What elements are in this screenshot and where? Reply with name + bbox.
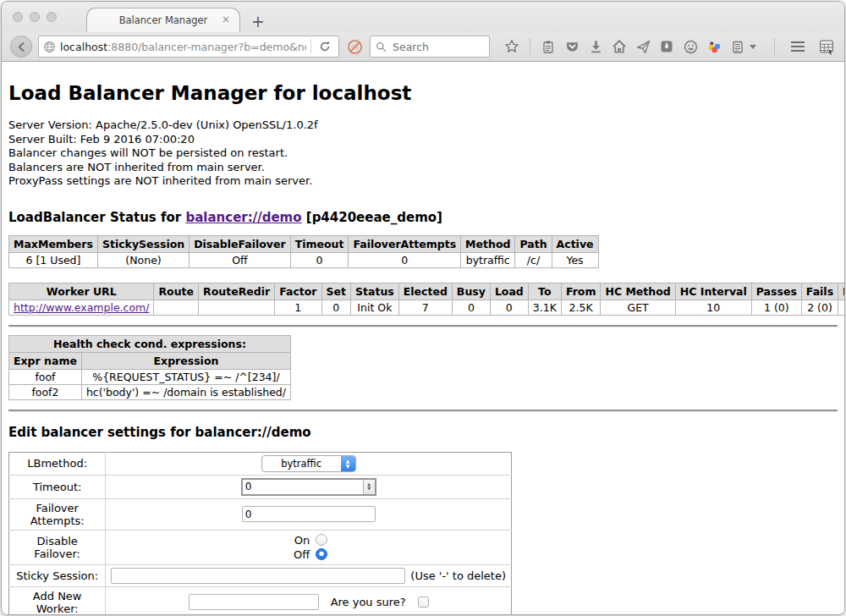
form-row-timeout: Timeout: ▲▼ [9, 475, 512, 498]
number-spinner-icon[interactable]: ▲▼ [363, 480, 375, 494]
timeout-input[interactable] [243, 480, 363, 494]
edit-balancer-form: LBmethod: bytraffic ▲▼ Timeout: ▲▼ [8, 452, 512, 616]
server-built-line: Server Built: Feb 9 2016 07:00:20 [8, 133, 838, 147]
tab-close-icon[interactable]: × [222, 14, 230, 25]
sticky-session-hint: (Use '-' to delete) [410, 569, 506, 582]
failover-attempts-input[interactable] [242, 506, 376, 522]
color-picker-button[interactable] [705, 36, 723, 57]
home-icon [612, 39, 627, 54]
col-failoverattempts: FailoverAttempts [349, 235, 461, 252]
col-route: Route [154, 283, 199, 300]
cell-disablefailover: Off [190, 252, 290, 267]
add-worker-input[interactable] [189, 594, 319, 610]
browser-window: Balancer Manager × + localhost:8880/bala… [1, 1, 845, 615]
col-method: Method [461, 235, 515, 252]
table-header-row: Expr name Expression [9, 352, 291, 369]
tab-title: Balancer Manager [119, 14, 208, 26]
new-tab-button[interactable]: + [251, 12, 265, 30]
pocket-button[interactable] [563, 36, 581, 57]
cell-status: Init Ok [351, 300, 399, 315]
search-bar[interactable] [370, 36, 490, 58]
cell-hc-method: GET [601, 300, 675, 315]
url-text[interactable]: localhost:8880/balancer-manager?b=demo&n… [60, 41, 306, 53]
cell-fails: 2 (0) [801, 300, 838, 315]
send-tab-button[interactable] [634, 36, 652, 57]
panel-download-icon [660, 40, 673, 53]
table-tools-button[interactable] [817, 36, 836, 57]
back-button[interactable] [10, 36, 32, 58]
back-arrow-icon [16, 41, 27, 52]
are-you-sure-checkbox[interactable] [418, 597, 429, 608]
table-row: http://www.example.com/ 1 0 Init Ok 7 0 … [9, 300, 845, 315]
form-row-lbmethod: LBmethod: bytraffic ▲▼ [9, 452, 512, 475]
divider [8, 325, 838, 327]
window-controls [13, 12, 57, 22]
page-content: Load Balancer Manager for localhost Serv… [2, 62, 844, 615]
col-to: To [528, 283, 561, 300]
proxypass-notice-line: ProxyPass settings are NOT inherited fro… [8, 174, 838, 189]
balancers-notice-line: Balancers are NOT inherited from main se… [8, 161, 838, 175]
tab-balancer-manager[interactable]: Balancer Manager × [86, 8, 240, 32]
lbmethod-label: LBmethod: [9, 452, 106, 475]
url-bar[interactable]: localhost:8880/balancer-manager?b=demo&n… [38, 36, 339, 58]
url-divider [310, 39, 311, 54]
cell-expression: %{REQUEST_STATUS} =~ /^[234]/ [81, 369, 290, 384]
cell-maxmembers: 6 [1 Used] [9, 252, 98, 267]
url-domain: localhost [60, 41, 107, 53]
sticky-session-input[interactable] [111, 568, 405, 584]
col-path: Path [515, 235, 552, 252]
col-disablefailover: DisableFailover [190, 235, 290, 252]
table-row: foof %{REQUEST_STATUS} =~ /^[234]/ [9, 369, 291, 384]
toolbar-separator [530, 38, 530, 55]
table-title-row: Health check cond. expressions: [9, 335, 291, 352]
window-close-button[interactable] [13, 12, 23, 22]
balancer-demo-link[interactable]: balancer://demo [185, 210, 301, 225]
cell-failoverattempts: 0 [349, 252, 461, 267]
select-stepper-icon: ▲▼ [341, 455, 355, 472]
col-passes: Passes [751, 283, 801, 300]
col-elected: Elected [398, 283, 452, 300]
worker-url-link[interactable]: http://www.example.com/ [14, 301, 149, 314]
toolbar-separator [774, 38, 775, 55]
lbmethod-select[interactable]: bytraffic ▲▼ [261, 455, 356, 472]
window-zoom-button[interactable] [47, 12, 57, 22]
downloads-button[interactable] [586, 36, 605, 57]
bookmark-star-button[interactable] [503, 36, 521, 57]
disable-failover-off-radio[interactable] [316, 548, 327, 560]
dropdown-caret-icon[interactable] [750, 45, 756, 49]
clipboard-icon [541, 40, 555, 54]
status-heading-prefix: LoadBalancer Status for [8, 210, 181, 225]
cell-timeout: 0 [290, 252, 349, 267]
menu-button[interactable] [788, 36, 807, 57]
pocket-icon [565, 40, 580, 54]
disable-failover-on-radio[interactable] [316, 534, 327, 546]
col-hc-interval: HC Interval [675, 283, 751, 300]
server-info: Server Version: Apache/2.5.0-dev (Unix) … [8, 118, 838, 189]
col-worker-url: Worker URL [9, 283, 154, 300]
health-table-title: Health check cond. expressions: [9, 335, 291, 352]
home-button[interactable] [610, 36, 629, 57]
form-row-failover-attempts: Failover Attempts: [9, 498, 512, 530]
divider [8, 410, 838, 412]
window-minimize-button[interactable] [30, 12, 40, 22]
col-hc-method: HC Method [601, 283, 675, 300]
bookmarks-panel-button[interactable] [539, 36, 558, 57]
download-icon [589, 40, 603, 54]
globe-icon [43, 41, 56, 53]
table-row: 6 [1 Used] (None) Off 0 0 bytraffic /c/ … [9, 252, 599, 267]
content-block-button[interactable] [345, 36, 364, 57]
search-input[interactable] [391, 40, 475, 54]
cell-expr-name: foof2 [9, 384, 82, 399]
reload-button[interactable] [316, 36, 334, 57]
col-from: From [561, 283, 601, 300]
col-stickysession: StickySession [97, 235, 189, 252]
cell-elected: 7 [398, 300, 452, 315]
timeout-stepper[interactable]: ▲▼ [241, 478, 376, 496]
disable-failover-label: Disable Failover: [9, 530, 106, 564]
col-set: Set [321, 283, 350, 300]
feedback-button[interactable] [681, 36, 700, 57]
save-page-button[interactable] [657, 36, 676, 57]
content-block-icon [347, 39, 363, 55]
col-routeredir: RouteRedir [199, 283, 275, 300]
notes-button[interactable] [728, 36, 747, 57]
